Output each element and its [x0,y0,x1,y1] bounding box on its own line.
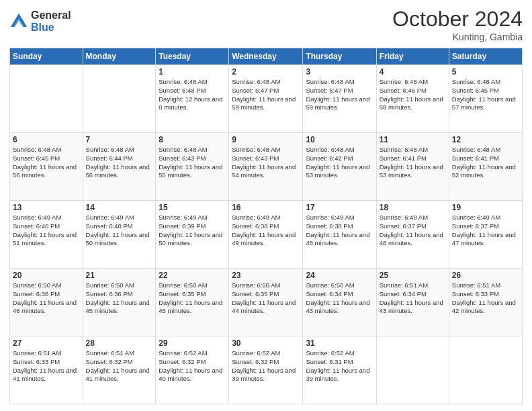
calendar-cell: 25Sunrise: 6:51 AM Sunset: 6:34 PM Dayli… [376,269,449,336]
cell-sun-info: Sunrise: 6:48 AM Sunset: 6:43 PM Dayligh… [159,146,226,180]
calendar-cell: 26Sunrise: 6:51 AM Sunset: 6:33 PM Dayli… [449,269,522,336]
day-of-week-header: Saturday [449,48,522,65]
calendar-cell: 9Sunrise: 6:48 AM Sunset: 6:43 PM Daylig… [229,133,303,201]
calendar-page: General Blue October 2024 Kunting, Gambi… [0,0,532,411]
calendar-cell [376,336,449,404]
cell-sun-info: Sunrise: 6:52 AM Sunset: 6:32 PM Dayligh… [159,349,226,383]
calendar-cell: 12Sunrise: 6:48 AM Sunset: 6:41 PM Dayli… [449,133,522,201]
location: Kunting, Gambia [392,32,523,42]
day-number: 22 [159,271,226,280]
calendar-cell [10,65,83,133]
calendar-cell: 30Sunrise: 6:52 AM Sunset: 6:32 PM Dayli… [229,336,303,404]
calendar-cell: 10Sunrise: 6:48 AM Sunset: 6:42 PM Dayli… [303,133,376,201]
cell-sun-info: Sunrise: 6:48 AM Sunset: 6:47 PM Dayligh… [306,78,373,112]
day-number: 14 [86,203,153,212]
calendar-cell: 3Sunrise: 6:48 AM Sunset: 6:47 PM Daylig… [303,65,376,133]
day-number: 9 [232,135,300,144]
calendar-cell: 11Sunrise: 6:48 AM Sunset: 6:41 PM Dayli… [376,133,449,201]
day-of-week-header: Sunday [10,48,83,65]
logo-blue-text: Blue [31,21,71,34]
cell-sun-info: Sunrise: 6:51 AM Sunset: 6:33 PM Dayligh… [13,349,80,383]
day-number: 27 [13,338,80,348]
calendar-cell: 16Sunrise: 6:49 AM Sunset: 6:38 PM Dayli… [229,201,303,269]
cell-sun-info: Sunrise: 6:49 AM Sunset: 6:37 PM Dayligh… [452,214,519,248]
cell-sun-info: Sunrise: 6:49 AM Sunset: 6:40 PM Dayligh… [13,214,80,248]
calendar-cell: 31Sunrise: 6:52 AM Sunset: 6:31 PM Dayli… [303,336,376,404]
cell-sun-info: Sunrise: 6:48 AM Sunset: 6:45 PM Dayligh… [13,146,80,180]
cell-sun-info: Sunrise: 6:48 AM Sunset: 6:41 PM Dayligh… [452,146,519,180]
cell-sun-info: Sunrise: 6:48 AM Sunset: 6:48 PM Dayligh… [159,78,226,112]
day-number: 29 [159,338,226,348]
cell-sun-info: Sunrise: 6:50 AM Sunset: 6:36 PM Dayligh… [13,281,80,316]
day-number: 15 [159,203,226,212]
day-number: 31 [306,338,373,348]
cell-sun-info: Sunrise: 6:49 AM Sunset: 6:38 PM Dayligh… [232,214,300,248]
calendar-cell: 14Sunrise: 6:49 AM Sunset: 6:40 PM Dayli… [83,201,156,269]
calendar-cell: 19Sunrise: 6:49 AM Sunset: 6:37 PM Dayli… [449,201,522,269]
logo-general-text: General [31,9,71,21]
calendar-week-row: 13Sunrise: 6:49 AM Sunset: 6:40 PM Dayli… [10,201,523,269]
calendar-cell: 7Sunrise: 6:48 AM Sunset: 6:44 PM Daylig… [83,133,156,201]
day-number: 8 [159,135,226,144]
day-number: 4 [380,67,446,77]
calendar-cell: 29Sunrise: 6:52 AM Sunset: 6:32 PM Dayli… [156,336,229,404]
day-number: 28 [86,338,153,348]
day-of-week-header: Tuesday [156,48,229,65]
day-number: 23 [232,271,300,280]
cell-sun-info: Sunrise: 6:51 AM Sunset: 6:33 PM Dayligh… [452,281,519,316]
logo-text: General Blue [31,9,71,33]
day-number: 13 [13,203,80,212]
cell-sun-info: Sunrise: 6:50 AM Sunset: 6:36 PM Dayligh… [86,281,153,316]
cell-sun-info: Sunrise: 6:49 AM Sunset: 6:37 PM Dayligh… [380,214,446,248]
cell-sun-info: Sunrise: 6:48 AM Sunset: 6:44 PM Dayligh… [86,146,153,180]
cell-sun-info: Sunrise: 6:48 AM Sunset: 6:46 PM Dayligh… [380,78,446,112]
day-number: 18 [380,203,446,212]
day-number: 6 [13,135,80,144]
calendar-cell: 18Sunrise: 6:49 AM Sunset: 6:37 PM Dayli… [376,201,449,269]
calendar-cell [449,336,522,404]
calendar-header-row: SundayMondayTuesdayWednesdayThursdayFrid… [10,48,523,65]
cell-sun-info: Sunrise: 6:48 AM Sunset: 6:45 PM Dayligh… [452,78,519,112]
day-number: 19 [452,203,519,212]
calendar-cell: 21Sunrise: 6:50 AM Sunset: 6:36 PM Dayli… [83,269,156,336]
day-of-week-header: Wednesday [229,48,303,65]
calendar-cell: 8Sunrise: 6:48 AM Sunset: 6:43 PM Daylig… [156,133,229,201]
cell-sun-info: Sunrise: 6:52 AM Sunset: 6:31 PM Dayligh… [306,349,373,383]
cell-sun-info: Sunrise: 6:50 AM Sunset: 6:34 PM Dayligh… [306,281,373,316]
day-of-week-header: Monday [83,48,156,65]
header: General Blue October 2024 Kunting, Gambi… [9,7,523,42]
day-number: 16 [232,203,300,212]
cell-sun-info: Sunrise: 6:49 AM Sunset: 6:38 PM Dayligh… [306,214,373,248]
calendar-cell: 20Sunrise: 6:50 AM Sunset: 6:36 PM Dayli… [10,269,83,336]
month-title: October 2024 [392,7,523,32]
calendar-week-row: 27Sunrise: 6:51 AM Sunset: 6:33 PM Dayli… [10,336,523,404]
calendar-cell: 27Sunrise: 6:51 AM Sunset: 6:33 PM Dayli… [10,336,83,404]
title-block: October 2024 Kunting, Gambia [392,7,523,42]
day-of-week-header: Friday [376,48,449,65]
day-number: 11 [380,135,446,144]
day-number: 30 [232,338,300,348]
calendar-cell: 5Sunrise: 6:48 AM Sunset: 6:45 PM Daylig… [449,65,522,133]
day-number: 26 [452,271,519,280]
cell-sun-info: Sunrise: 6:48 AM Sunset: 6:41 PM Dayligh… [380,146,446,180]
day-number: 24 [306,271,373,280]
calendar-cell [83,65,156,133]
calendar-cell: 13Sunrise: 6:49 AM Sunset: 6:40 PM Dayli… [10,201,83,269]
calendar-cell: 22Sunrise: 6:50 AM Sunset: 6:35 PM Dayli… [156,269,229,336]
calendar-cell: 23Sunrise: 6:50 AM Sunset: 6:35 PM Dayli… [229,269,303,336]
calendar-week-row: 6Sunrise: 6:48 AM Sunset: 6:45 PM Daylig… [10,133,523,201]
day-number: 20 [13,271,80,280]
cell-sun-info: Sunrise: 6:48 AM Sunset: 6:42 PM Dayligh… [306,146,373,180]
cell-sun-info: Sunrise: 6:49 AM Sunset: 6:40 PM Dayligh… [86,214,153,248]
day-number: 21 [86,271,153,280]
calendar-cell: 2Sunrise: 6:48 AM Sunset: 6:47 PM Daylig… [229,65,303,133]
calendar-cell: 17Sunrise: 6:49 AM Sunset: 6:38 PM Dayli… [303,201,376,269]
day-number: 2 [232,67,300,77]
logo: General Blue [9,9,71,33]
cell-sun-info: Sunrise: 6:51 AM Sunset: 6:32 PM Dayligh… [86,349,153,383]
cell-sun-info: Sunrise: 6:50 AM Sunset: 6:35 PM Dayligh… [159,281,226,316]
calendar-cell: 28Sunrise: 6:51 AM Sunset: 6:32 PM Dayli… [83,336,156,404]
logo-icon [9,12,28,31]
calendar-week-row: 20Sunrise: 6:50 AM Sunset: 6:36 PM Dayli… [10,269,523,336]
calendar-table: SundayMondayTuesdayWednesdayThursdayFrid… [9,48,523,404]
